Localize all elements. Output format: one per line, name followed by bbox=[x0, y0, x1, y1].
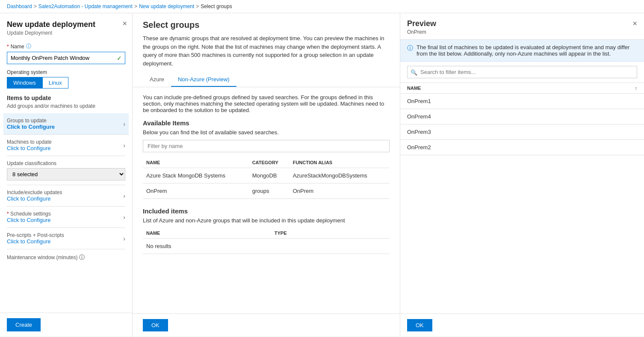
included-col-name: NAME bbox=[143, 228, 271, 239]
non-azure-desc: You can include pre-defined groups defin… bbox=[143, 94, 390, 113]
left-panel-title: New update deployment bbox=[7, 20, 125, 29]
col-function-alias-header: FUNCTION ALIAS bbox=[290, 157, 390, 168]
items-to-update-title: Items to update bbox=[7, 95, 125, 101]
middle-panel-title: Select groups bbox=[143, 20, 390, 30]
left-panel: New update deployment Update Deployment … bbox=[0, 13, 133, 337]
breadcrumb-item-2[interactable]: Sales2Automation - Update management bbox=[38, 3, 133, 9]
maintenance-info-icon[interactable]: ⓘ bbox=[79, 254, 85, 261]
filter-input[interactable] bbox=[143, 140, 390, 152]
schedule-label: Schedule settings bbox=[7, 211, 123, 217]
preview-item-3: OnPrem3 bbox=[400, 124, 644, 140]
table-row[interactable]: OnPrem groups OnPrem bbox=[143, 183, 390, 199]
create-button[interactable]: Create bbox=[7, 318, 41, 331]
include-exclude-value: Click to Configure bbox=[7, 195, 123, 202]
sort-icon[interactable]: ↑ bbox=[635, 86, 638, 91]
info-bar: ⓘ The final list of machines to be updat… bbox=[400, 40, 644, 62]
schedule-value: Click to Configure bbox=[7, 217, 123, 223]
maintenance-label: Maintenance window (minutes) bbox=[7, 254, 77, 260]
groups-value: Click to Configure bbox=[7, 124, 123, 130]
machines-to-update-item[interactable]: Machines to update Click to Configure › bbox=[7, 135, 125, 156]
groups-to-update-item[interactable]: Groups to update Click to Configure › bbox=[3, 113, 129, 135]
os-linux-button[interactable]: Linux bbox=[42, 77, 68, 89]
preview-col-name: NAME bbox=[407, 86, 421, 91]
schedule-settings-item[interactable]: Schedule settings Click to Configure › bbox=[7, 207, 125, 228]
middle-panel: Select groups These are dynamic groups t… bbox=[133, 13, 400, 337]
right-panel-close-button[interactable]: × bbox=[632, 19, 637, 28]
classification-label: Update classifications bbox=[7, 160, 125, 166]
check-icon: ✓ bbox=[117, 55, 122, 62]
groups-chevron-icon: › bbox=[123, 121, 125, 127]
breadcrumb-item-3[interactable]: New update deployment bbox=[139, 3, 194, 9]
breadcrumb: Dashboard > Sales2Automation - Update ma… bbox=[0, 0, 644, 13]
machines-label: Machines to update bbox=[7, 139, 123, 145]
included-col-type: TYPE bbox=[271, 228, 390, 239]
prescripts-label: Pre-scripts + Post-scripts bbox=[7, 232, 123, 238]
name-info-icon[interactable]: ⓘ bbox=[26, 43, 31, 50]
tab-azure[interactable]: Azure bbox=[143, 73, 171, 87]
machines-chevron-icon: › bbox=[123, 142, 125, 149]
name-label: Name ⓘ bbox=[7, 43, 125, 50]
middle-ok-button[interactable]: OK bbox=[143, 319, 168, 331]
col-name-header: NAME bbox=[143, 157, 249, 168]
preview-list: OnPrem1 OnPrem4 OnPrem3 OnPrem2 bbox=[400, 94, 644, 313]
available-items-desc: Below you can find the list of available… bbox=[143, 129, 390, 136]
search-icon: 🔍 bbox=[411, 69, 417, 75]
right-panel: Preview OnPrem × ⓘ The final list of mac… bbox=[400, 13, 644, 337]
breadcrumb-item-4: Select groups bbox=[201, 3, 232, 9]
table-row[interactable]: Azure Stack MongoDB Systems MongoDB Azur… bbox=[143, 168, 390, 183]
col-category-header: CATEGORY bbox=[249, 157, 290, 168]
breadcrumb-item-1[interactable]: Dashboard bbox=[7, 3, 32, 9]
name-input[interactable] bbox=[7, 52, 125, 64]
right-panel-subtitle: OnPrem bbox=[407, 29, 436, 35]
prescripts-chevron-icon: › bbox=[123, 235, 125, 242]
os-windows-button[interactable]: Windows bbox=[7, 77, 42, 89]
row2-function-alias: OnPrem bbox=[290, 183, 390, 199]
classification-select[interactable]: 8 selected bbox=[7, 168, 125, 180]
preview-item-1: OnPrem1 bbox=[400, 94, 644, 109]
close-button[interactable]: × bbox=[122, 19, 127, 28]
tab-non-azure[interactable]: Non-Azure (Preview) bbox=[171, 73, 236, 87]
preview-table-header: NAME ↑ bbox=[400, 83, 644, 94]
info-bar-text: The final list of machines to be updated… bbox=[417, 44, 637, 57]
left-panel-subtitle: Update Deployment bbox=[7, 30, 125, 36]
no-results-text: No results bbox=[143, 239, 390, 254]
row1-function-alias: AzureStackMongoDBSystems bbox=[290, 168, 390, 183]
schedule-chevron-icon: › bbox=[123, 214, 125, 221]
row2-name: OnPrem bbox=[143, 183, 249, 199]
included-items-heading: Included items bbox=[143, 207, 390, 215]
items-to-update-desc: Add groups and/or machines to update bbox=[7, 103, 125, 109]
search-input[interactable] bbox=[407, 66, 637, 78]
row1-name: Azure Stack MongoDB Systems bbox=[143, 168, 249, 183]
prescripts-item[interactable]: Pre-scripts + Post-scripts Click to Conf… bbox=[7, 228, 125, 249]
include-exclude-item[interactable]: Include/exclude updates Click to Configu… bbox=[7, 185, 125, 207]
info-icon: ⓘ bbox=[407, 44, 413, 57]
preview-item-2: OnPrem4 bbox=[400, 109, 644, 124]
available-items-heading: Available Items bbox=[143, 119, 390, 127]
middle-panel-desc: These are dynamic groups that are resolv… bbox=[143, 34, 390, 68]
machines-value: Click to Configure bbox=[7, 145, 123, 151]
preview-item-4: OnPrem2 bbox=[400, 140, 644, 155]
included-items-table: NAME TYPE No results bbox=[143, 228, 390, 254]
include-exclude-chevron-icon: › bbox=[123, 192, 125, 199]
tabs: Azure Non-Azure (Preview) bbox=[143, 73, 390, 87]
include-exclude-label: Include/exclude updates bbox=[7, 189, 123, 195]
available-items-table: NAME CATEGORY FUNCTION ALIAS Azure Stack… bbox=[143, 157, 390, 199]
included-items-desc: List of Azure and non-Azure groups that … bbox=[143, 217, 390, 224]
no-results-row: No results bbox=[143, 239, 390, 254]
right-panel-title: Preview bbox=[407, 19, 436, 28]
right-ok-button[interactable]: OK bbox=[407, 319, 432, 331]
prescripts-value: Click to Configure bbox=[7, 238, 123, 245]
groups-label: Groups to update bbox=[7, 118, 123, 124]
row1-category: MongoDB bbox=[249, 168, 290, 183]
row2-category: groups bbox=[249, 183, 290, 199]
os-label: Operating system bbox=[7, 69, 125, 75]
